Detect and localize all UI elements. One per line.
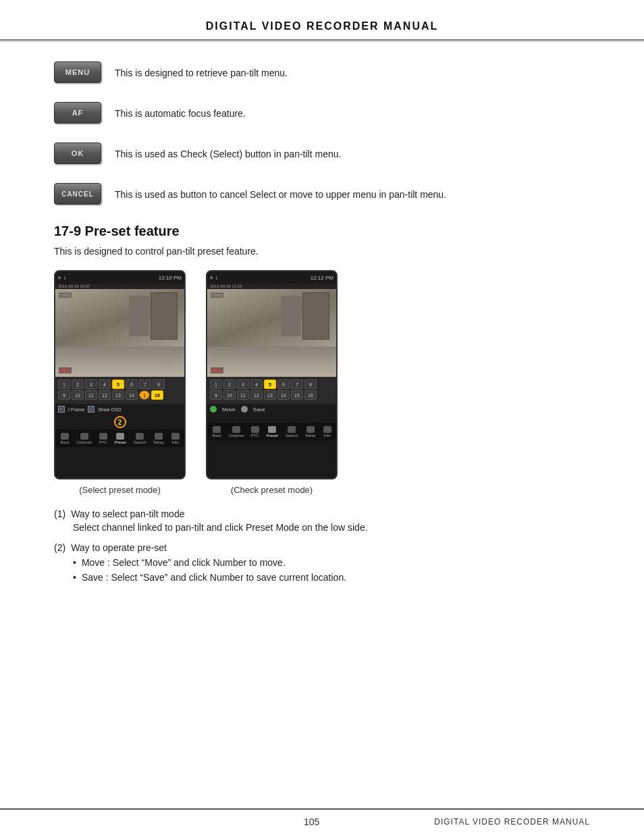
page-footer: 105 DIGITAL VIDEO RECODER MANUAL	[0, 808, 644, 834]
screenshots-row: ≡ ↕ 12:10 PM 2011-09-16 16:07 CH01	[54, 270, 590, 495]
status-time-2: 12:12 PM	[311, 275, 333, 281]
rec-badge-2: REC	[211, 367, 223, 373]
btn-row-menu: MENU This is designed to retrieve pan-ti…	[54, 61, 590, 83]
iframe-checkbox	[58, 406, 65, 413]
caption-1: (Select preset mode)	[79, 485, 161, 495]
bullet-list: • Move : Select “Move” and click Number …	[54, 557, 590, 583]
btn-row-cancel: CANCEL This is used as button to cancel …	[54, 183, 590, 205]
datetime-1: 2011-09-16 16:07	[55, 284, 184, 289]
instruction-1: (1) Way to select pan-tilt mode Select c…	[54, 509, 590, 533]
menu-desc: This is designed to retrieve pan-tilt me…	[115, 61, 288, 80]
screenshot-check-preset: ≡ ↕ 12:12 PM 2011-09-16 12:15 CH01	[206, 270, 338, 495]
status-time-1: 12:10 PM	[159, 275, 182, 281]
controls-row-1: I Frame Show OSD	[55, 404, 184, 415]
bottom-bar-1: Back Channel PTC Preset	[55, 429, 184, 447]
page-header: DIGITAL VIDEO RECORDER MANUAL	[0, 0, 644, 41]
bullet-save: • Save : Select “Save” and click Number …	[73, 572, 590, 583]
phone-screen-1: ≡ ↕ 12:10 PM 2011-09-16 16:07 CH01	[54, 270, 186, 479]
btn-row-af: AF This is automatic focus feature.	[54, 102, 590, 124]
status-left-2: ≡ ↕	[210, 275, 218, 281]
move-save-row: Move Save	[207, 404, 336, 415]
preset-grid-2: 1 2 3 4 5 6 7 8 9 10 11	[207, 377, 336, 404]
showosd-checkbox	[88, 406, 95, 413]
ok-desc: This is used as Check (Select) button in…	[115, 142, 341, 161]
bullet-move: • Move : Select “Move” and click Number …	[73, 557, 590, 568]
screenshot-select-preset: ≡ ↕ 12:10 PM 2011-09-16 16:07 CH01	[54, 270, 186, 495]
save-dot	[241, 406, 248, 413]
ok-button-img: OK	[54, 142, 101, 164]
caption-2: (Check preset mode)	[231, 485, 313, 495]
status-bar-2: ≡ ↕ 12:12 PM	[207, 271, 336, 284]
cancel-desc: This is used as button to cancel Select …	[115, 183, 446, 202]
page-number: 105	[304, 816, 319, 827]
cancel-button-img: CANCEL	[54, 183, 101, 205]
section-subtext: This is designed to control pan-tilt pre…	[54, 246, 590, 257]
phone-screen-2: ≡ ↕ 12:12 PM 2011-09-16 12:15 CH01	[206, 270, 338, 479]
page-wrapper: DIGITAL VIDEO RECORDER MANUAL MENU This …	[0, 0, 644, 834]
move-dot	[210, 406, 217, 413]
status-left-1: ≡ ↕	[58, 275, 66, 281]
menu-button-img: MENU	[54, 61, 101, 83]
page-title: DIGITAL VIDEO RECORDER MANUAL	[0, 20, 644, 32]
content-area: MENU This is designed to retrieve pan-ti…	[0, 41, 644, 613]
instruction-2: (2) Way to operate pre-set • Move : Sele…	[54, 542, 590, 583]
af-desc: This is automatic focus feature.	[115, 102, 246, 121]
numbered-list: (1) Way to select pan-tilt mode Select c…	[54, 509, 590, 583]
datetime-2: 2011-09-16 12:15	[207, 284, 336, 289]
rec-badge-1: REC	[59, 367, 72, 373]
camera-view-2: CH01 REC	[207, 289, 336, 377]
section-heading: 17-9 Pre-set feature	[54, 224, 590, 239]
bottom-bar-2: Back Channel PTC Preset	[207, 423, 336, 440]
status-bar-1: ≡ ↕ 12:10 PM	[55, 271, 184, 284]
af-button-img: AF	[54, 102, 101, 124]
btn-row-ok: OK This is used as Check (Select) button…	[54, 142, 590, 164]
footer-brand: DIGITAL VIDEO RECODER MANUAL	[434, 817, 590, 827]
preset-grid-1: 1 2 3 4 5 6 7 8 9 10 11	[55, 377, 184, 404]
camera-view-1: CH01 REC	[55, 289, 184, 377]
